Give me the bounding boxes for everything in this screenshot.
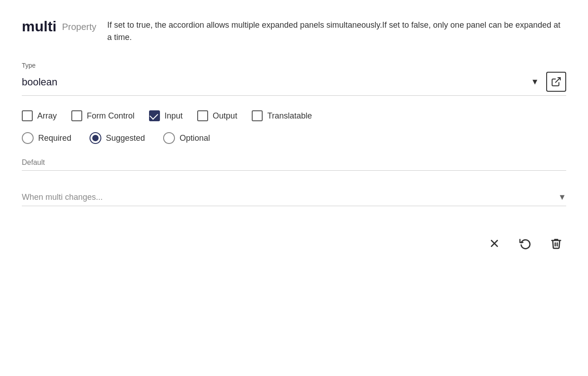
- type-select-wrapper: boolean ▼: [22, 72, 566, 96]
- bottom-actions: [22, 233, 566, 253]
- delete-icon: [550, 237, 562, 249]
- default-input-wrapper: [22, 158, 566, 171]
- svg-line-0: [555, 78, 560, 83]
- checkbox-array-label: Array: [37, 111, 57, 121]
- external-link-icon: [551, 76, 562, 87]
- checkbox-input-box[interactable]: [149, 110, 160, 121]
- checkbox-form-control-box[interactable]: [71, 110, 82, 121]
- changes-select-wrapper: When multi changes... ▼: [22, 193, 566, 206]
- changes-section: When multi changes... ▼: [22, 193, 566, 206]
- type-section: Type boolean ▼: [22, 62, 566, 96]
- checkbox-output-label: Output: [213, 111, 237, 121]
- radio-suggested-label: Suggested: [106, 134, 145, 143]
- default-input[interactable]: [22, 158, 566, 167]
- reset-icon: [519, 237, 531, 249]
- checkbox-output[interactable]: Output: [197, 110, 237, 121]
- type-select[interactable]: boolean: [22, 76, 531, 88]
- type-dropdown-arrow-icon[interactable]: ▼: [531, 77, 539, 87]
- cancel-button[interactable]: [484, 233, 504, 253]
- delete-button[interactable]: [546, 233, 566, 253]
- checkbox-array-box[interactable]: [22, 110, 33, 121]
- checkbox-input-label: Input: [164, 111, 183, 121]
- checkbox-output-box[interactable]: [197, 110, 208, 121]
- changes-dropdown-arrow-icon[interactable]: ▼: [558, 193, 566, 202]
- radio-optional-outer[interactable]: [163, 132, 175, 144]
- type-label: Type: [22, 62, 566, 69]
- radio-suggested-outer[interactable]: [90, 132, 101, 144]
- radio-suggested-inner: [92, 135, 99, 141]
- cancel-icon: [488, 237, 500, 249]
- default-section: [22, 158, 566, 171]
- checkbox-translatable-box[interactable]: [252, 110, 263, 121]
- property-badge: Property: [62, 22, 96, 32]
- radio-required[interactable]: Required: [22, 132, 71, 144]
- radio-optional-label: Optional: [179, 134, 210, 143]
- changes-placeholder: When multi changes...: [22, 193, 558, 202]
- checkbox-translatable-label: Translatable: [267, 111, 312, 121]
- property-header: multi Property If set to true, the accor…: [22, 18, 566, 44]
- checkbox-form-control-label: Form Control: [87, 111, 135, 121]
- checkbox-translatable[interactable]: Translatable: [252, 110, 312, 121]
- property-name: multi: [22, 18, 56, 35]
- checkbox-input[interactable]: Input: [149, 110, 183, 121]
- radio-suggested[interactable]: Suggested: [90, 132, 145, 144]
- property-description: If set to true, the accordion allows mul…: [107, 19, 566, 44]
- checkboxes-row: Array Form Control Input Output Translat…: [22, 110, 566, 121]
- reset-button[interactable]: [515, 233, 535, 253]
- checkbox-array[interactable]: Array: [22, 110, 57, 121]
- checkbox-form-control[interactable]: Form Control: [71, 110, 135, 121]
- radios-row: Required Suggested Optional: [22, 132, 566, 144]
- radio-optional[interactable]: Optional: [163, 132, 210, 144]
- radio-required-label: Required: [38, 134, 71, 143]
- radio-required-outer[interactable]: [22, 132, 34, 144]
- external-link-button[interactable]: [546, 72, 566, 92]
